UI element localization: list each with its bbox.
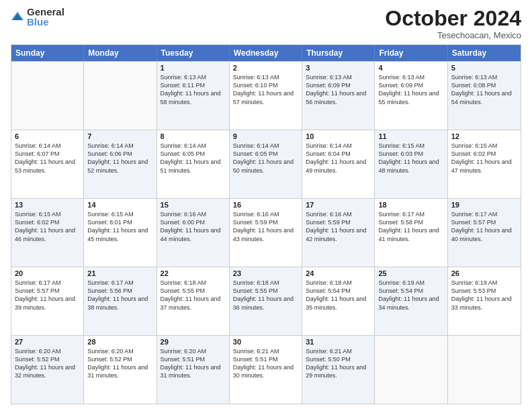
cell-info: Sunrise: 6:14 AM Sunset: 6:05 PM Dayligh… (161, 142, 226, 175)
calendar-cell: 22Sunrise: 6:18 AM Sunset: 5:55 PM Dayli… (157, 267, 230, 335)
cell-info: Sunrise: 6:16 AM Sunset: 6:00 PM Dayligh… (161, 210, 226, 243)
cell-info: Sunrise: 6:13 AM Sunset: 6:08 PM Dayligh… (451, 73, 517, 106)
calendar-week-2: 6Sunrise: 6:14 AM Sunset: 6:07 PM Daylig… (11, 130, 521, 198)
calendar-week-4: 20Sunrise: 6:17 AM Sunset: 5:57 PM Dayli… (11, 267, 521, 335)
calendar-cell: 7Sunrise: 6:14 AM Sunset: 6:06 PM Daylig… (84, 130, 157, 198)
day-number: 3 (306, 64, 371, 72)
calendar-cell: 6Sunrise: 6:14 AM Sunset: 6:07 PM Daylig… (11, 130, 84, 198)
title-block: October 2024 Tesechoacan, Mexico (385, 7, 521, 40)
cell-info: Sunrise: 6:15 AM Sunset: 6:03 PM Dayligh… (378, 142, 443, 175)
day-number: 23 (233, 269, 298, 277)
cell-info: Sunrise: 6:20 AM Sunset: 5:52 PM Dayligh… (87, 347, 152, 380)
calendar-cell: 14Sunrise: 6:15 AM Sunset: 6:01 PM Dayli… (84, 199, 157, 267)
day-number: 1 (161, 64, 226, 72)
day-number: 29 (161, 338, 226, 346)
calendar-cell: 1Sunrise: 6:13 AM Sunset: 6:11 PM Daylig… (157, 62, 230, 130)
calendar-cell: 23Sunrise: 6:18 AM Sunset: 5:55 PM Dayli… (230, 267, 302, 335)
cell-info: Sunrise: 6:21 AM Sunset: 5:50 PM Dayligh… (306, 347, 371, 380)
calendar-cell (11, 62, 84, 130)
calendar-cell: 17Sunrise: 6:16 AM Sunset: 5:59 PM Dayli… (302, 199, 375, 267)
calendar-cell (84, 62, 157, 130)
day-number: 12 (451, 132, 517, 140)
calendar-cell: 21Sunrise: 6:17 AM Sunset: 5:56 PM Dayli… (84, 267, 157, 335)
location-subtitle: Tesechoacan, Mexico (385, 30, 521, 40)
calendar-cell: 24Sunrise: 6:18 AM Sunset: 5:54 PM Dayli… (302, 267, 375, 335)
day-number: 15 (161, 201, 226, 209)
cell-info: Sunrise: 6:18 AM Sunset: 5:55 PM Dayligh… (233, 279, 298, 312)
logo: General Blue (11, 7, 64, 27)
calendar-cell: 25Sunrise: 6:19 AM Sunset: 5:54 PM Dayli… (375, 267, 447, 335)
calendar-cell: 27Sunrise: 6:20 AM Sunset: 5:52 PM Dayli… (11, 336, 84, 404)
day-number: 18 (378, 201, 443, 209)
cell-info: Sunrise: 6:18 AM Sunset: 5:54 PM Dayligh… (306, 279, 371, 312)
day-number: 20 (15, 269, 80, 277)
calendar-cell: 3Sunrise: 6:13 AM Sunset: 6:09 PM Daylig… (302, 62, 375, 130)
calendar-cell: 13Sunrise: 6:15 AM Sunset: 6:02 PM Dayli… (11, 199, 84, 267)
cell-info: Sunrise: 6:17 AM Sunset: 5:56 PM Dayligh… (87, 279, 152, 312)
cell-info: Sunrise: 6:16 AM Sunset: 5:59 PM Dayligh… (233, 210, 298, 243)
calendar-cell: 15Sunrise: 6:16 AM Sunset: 6:00 PM Dayli… (157, 199, 230, 267)
day-number: 6 (15, 132, 80, 140)
calendar-body: 1Sunrise: 6:13 AM Sunset: 6:11 PM Daylig… (11, 61, 521, 404)
calendar-cell: 8Sunrise: 6:14 AM Sunset: 6:05 PM Daylig… (157, 130, 230, 198)
cell-info: Sunrise: 6:16 AM Sunset: 5:59 PM Dayligh… (306, 210, 371, 243)
cell-info: Sunrise: 6:19 AM Sunset: 5:54 PM Dayligh… (378, 279, 443, 312)
calendar-week-5: 27Sunrise: 6:20 AM Sunset: 5:52 PM Dayli… (11, 335, 521, 404)
calendar-cell: 26Sunrise: 6:19 AM Sunset: 5:53 PM Dayli… (448, 267, 521, 335)
calendar-cell: 31Sunrise: 6:21 AM Sunset: 5:50 PM Dayli… (302, 336, 375, 404)
day-number: 13 (15, 201, 80, 209)
day-number: 7 (87, 132, 152, 140)
header-day-friday: Friday (375, 45, 447, 61)
cell-info: Sunrise: 6:17 AM Sunset: 5:57 PM Dayligh… (15, 279, 80, 312)
cell-info: Sunrise: 6:20 AM Sunset: 5:51 PM Dayligh… (161, 347, 226, 380)
logo-icon (11, 10, 24, 24)
logo-blue: Blue (27, 17, 64, 27)
calendar: SundayMondayTuesdayWednesdayThursdayFrid… (11, 44, 521, 404)
day-number: 26 (451, 269, 517, 277)
cell-info: Sunrise: 6:15 AM Sunset: 6:02 PM Dayligh… (15, 210, 80, 243)
day-number: 14 (87, 201, 152, 209)
calendar-cell: 28Sunrise: 6:20 AM Sunset: 5:52 PM Dayli… (84, 336, 157, 404)
cell-info: Sunrise: 6:17 AM Sunset: 5:57 PM Dayligh… (451, 210, 517, 243)
day-number: 19 (451, 201, 517, 209)
day-number: 30 (233, 338, 298, 346)
cell-info: Sunrise: 6:21 AM Sunset: 5:51 PM Dayligh… (233, 347, 298, 380)
day-number: 8 (161, 132, 226, 140)
cell-info: Sunrise: 6:14 AM Sunset: 6:04 PM Dayligh… (306, 142, 371, 175)
calendar-cell (375, 336, 447, 404)
cell-info: Sunrise: 6:17 AM Sunset: 5:58 PM Dayligh… (378, 210, 443, 243)
calendar-cell: 5Sunrise: 6:13 AM Sunset: 6:08 PM Daylig… (448, 62, 521, 130)
day-number: 28 (87, 338, 152, 346)
calendar-week-3: 13Sunrise: 6:15 AM Sunset: 6:02 PM Dayli… (11, 198, 521, 267)
calendar-cell: 20Sunrise: 6:17 AM Sunset: 5:57 PM Dayli… (11, 267, 84, 335)
month-title: October 2024 (385, 7, 521, 30)
header-day-sunday: Sunday (11, 45, 84, 61)
calendar-cell: 9Sunrise: 6:14 AM Sunset: 6:05 PM Daylig… (230, 130, 302, 198)
cell-info: Sunrise: 6:15 AM Sunset: 6:01 PM Dayligh… (87, 210, 152, 243)
day-number: 5 (451, 64, 517, 72)
cell-info: Sunrise: 6:13 AM Sunset: 6:09 PM Dayligh… (306, 73, 371, 106)
calendar-cell: 4Sunrise: 6:13 AM Sunset: 6:09 PM Daylig… (375, 62, 447, 130)
day-number: 21 (87, 269, 152, 277)
calendar-cell: 2Sunrise: 6:13 AM Sunset: 6:10 PM Daylig… (230, 62, 302, 130)
day-number: 10 (306, 132, 371, 140)
cell-info: Sunrise: 6:14 AM Sunset: 6:07 PM Dayligh… (15, 142, 80, 175)
calendar-cell: 12Sunrise: 6:15 AM Sunset: 6:02 PM Dayli… (448, 130, 521, 198)
cell-info: Sunrise: 6:19 AM Sunset: 5:53 PM Dayligh… (451, 279, 517, 312)
page-header: General Blue October 2024 Tesechoacan, M… (11, 7, 521, 40)
cell-info: Sunrise: 6:15 AM Sunset: 6:02 PM Dayligh… (451, 142, 517, 175)
header-day-saturday: Saturday (448, 45, 521, 61)
day-number: 25 (378, 269, 443, 277)
calendar-cell: 16Sunrise: 6:16 AM Sunset: 5:59 PM Dayli… (230, 199, 302, 267)
cell-info: Sunrise: 6:20 AM Sunset: 5:52 PM Dayligh… (15, 347, 80, 380)
calendar-cell: 10Sunrise: 6:14 AM Sunset: 6:04 PM Dayli… (302, 130, 375, 198)
day-number: 11 (378, 132, 443, 140)
calendar-header: SundayMondayTuesdayWednesdayThursdayFrid… (11, 45, 521, 61)
header-day-monday: Monday (84, 45, 157, 61)
cell-info: Sunrise: 6:13 AM Sunset: 6:09 PM Dayligh… (378, 73, 443, 106)
header-day-tuesday: Tuesday (157, 45, 230, 61)
day-number: 9 (233, 132, 298, 140)
day-number: 22 (161, 269, 226, 277)
logo-general: General (27, 7, 64, 17)
calendar-week-1: 1Sunrise: 6:13 AM Sunset: 6:11 PM Daylig… (11, 61, 521, 130)
